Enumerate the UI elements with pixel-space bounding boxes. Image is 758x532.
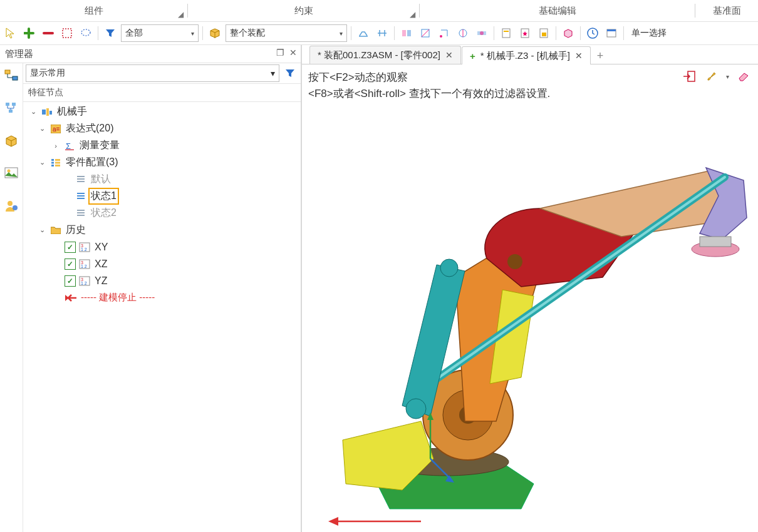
ribbon-group-datum-plane[interactable]: 基准面: [695, 0, 758, 21]
add-button[interactable]: [21, 25, 38, 41]
tab-robot-arm[interactable]: + * 机械手.Z3 - [机械手] ✕: [462, 46, 591, 64]
svg-text:a=: a=: [53, 126, 60, 133]
edit-tool-1[interactable]: [498, 25, 514, 41]
display-filter-combo[interactable]: 显示常用 ▾: [26, 64, 279, 82]
svg-text:1 2: 1 2: [81, 281, 87, 285]
filter-all-combo[interactable]: 全部 ▾: [121, 24, 199, 42]
svg-point-5: [440, 35, 442, 38]
pin-plus-icon: +: [470, 51, 475, 61]
expand-toggle[interactable]: ⌄: [37, 125, 47, 133]
expand-toggle[interactable]: ⌄: [37, 158, 47, 166]
cursor-select-button[interactable]: [3, 25, 19, 41]
tree-node-model-stop[interactable]: ----- 建模停止 -----: [23, 289, 301, 306]
ribbon-group-label: 组件: [85, 5, 103, 17]
rail-box-button[interactable]: [3, 132, 20, 150]
align-tool-1[interactable]: [355, 25, 371, 41]
expand-toggle[interactable]: ›: [51, 142, 61, 150]
eraser-button[interactable]: [735, 68, 752, 84]
ribbon-group-label: 基准面: [713, 5, 741, 17]
lasso-select-button[interactable]: [78, 25, 94, 41]
list-icon: [75, 190, 87, 203]
constraint-tool-3[interactable]: [436, 25, 452, 41]
svg-rect-9: [502, 29, 510, 38]
svg-rect-34: [51, 161, 54, 163]
tree-node-plane-xz[interactable]: ✓ 31 2 XZ: [23, 255, 301, 272]
tree-node-config[interactable]: ⌄ 零件配置(3): [23, 154, 301, 171]
tree-node-expressions[interactable]: ⌄ a= 表达式(20): [23, 120, 301, 137]
tree-node-label: XY: [93, 241, 109, 253]
assembly-scope-button[interactable]: [207, 25, 223, 41]
filter-button[interactable]: [102, 25, 118, 41]
svg-rect-20: [12, 103, 16, 106]
ribbon-group-constraint[interactable]: 约束 ◢: [188, 0, 419, 21]
combo-value: 整个装配: [230, 28, 265, 39]
constraint-tool-2[interactable]: [417, 25, 434, 41]
constraint-tool-4[interactable]: [455, 25, 471, 41]
tree-node-root[interactable]: ⌄ 机械手: [23, 103, 301, 120]
ribbon-group-base-edit[interactable]: 基础编辑: [420, 0, 695, 21]
expand-toggle[interactable]: ⌄: [37, 226, 47, 234]
checkbox[interactable]: ✓: [65, 275, 76, 287]
restore-icon[interactable]: ❐: [276, 48, 284, 58]
svg-rect-47: [77, 215, 85, 216]
assembly-scope-combo[interactable]: 整个装配 ▾: [226, 24, 347, 42]
ribbon-group-component[interactable]: 组件 ◢: [0, 0, 187, 21]
cursor-icon: [4, 27, 17, 39]
tree-node-history[interactable]: ⌄ 历史: [23, 222, 301, 238]
window-icon: [606, 28, 617, 39]
constraint-tool-5[interactable]: [474, 25, 490, 41]
tree-node-measure[interactable]: › Σ 测量变量: [23, 137, 301, 154]
edit-tool-3[interactable]: [536, 25, 552, 41]
minus-icon: [43, 28, 54, 39]
svg-rect-42: [77, 193, 85, 194]
align-icon: [376, 28, 388, 39]
box-icon: [4, 133, 19, 148]
dialog-launcher-icon[interactable]: ◢: [410, 10, 415, 19]
hint-line-1: 按下<F2>动态的观察: [308, 69, 550, 86]
manager-panel: 管理器 ❐ ✕ 显示常用 ▾: [0, 45, 302, 532]
rail-user-button[interactable]: [3, 197, 20, 215]
tree-node-cfg-default[interactable]: 默认: [23, 171, 301, 188]
rail-image-button[interactable]: [3, 165, 20, 182]
checkbox[interactable]: ✓: [65, 258, 76, 270]
constraint-tool-1[interactable]: [398, 25, 415, 41]
dialog-launcher-icon[interactable]: ◢: [178, 10, 184, 19]
manager-title: 管理器: [5, 48, 33, 60]
tree-node-cfg-state2[interactable]: 状态2: [23, 205, 301, 222]
display-mode-button[interactable]: [603, 25, 620, 41]
main-toolbar: 全部 ▾ 整个装配 ▾ 单一选择: [0, 22, 758, 45]
tree-filter-button[interactable]: [282, 65, 298, 81]
tree-node-plane-xy[interactable]: ✓ 31 2 XY: [23, 238, 301, 255]
tab-assembly001[interactable]: * 装配001.Z3ASM - [零件002] ✕: [309, 46, 461, 64]
edit-tool-2[interactable]: [517, 25, 533, 41]
tree-node-plane-yz[interactable]: ✓ 31 2 YZ: [23, 272, 301, 289]
rail-assembly-button[interactable]: [3, 67, 20, 84]
model-viewport[interactable]: 按下<F2>动态的观察 <F8>或者<Shift-roll> 查找下一个有效的过…: [302, 64, 758, 532]
brush-button[interactable]: [703, 68, 720, 84]
sigma-icon: Σ: [63, 140, 76, 152]
close-icon[interactable]: ✕: [289, 48, 297, 58]
close-icon[interactable]: ✕: [575, 51, 583, 61]
feature-tree[interactable]: ⌄ 机械手 ⌄ a= 表达式(20) › Σ 测量变量: [23, 102, 301, 532]
align-tool-2[interactable]: [374, 25, 390, 41]
exit-button[interactable]: [681, 68, 697, 84]
tree-node-label: 状态1: [90, 189, 118, 203]
expand-toggle[interactable]: ⌄: [28, 108, 38, 116]
manager-body: 显示常用 ▾ 特征节点 ⌄ 机械手: [0, 63, 301, 532]
tree-node-cfg-state1[interactable]: 状态1: [23, 188, 301, 205]
chevron-down-icon[interactable]: ▾: [726, 73, 729, 80]
marquee-select-button[interactable]: [59, 25, 75, 41]
rail-tree-button[interactable]: [3, 100, 20, 117]
lasso-icon: [80, 28, 92, 39]
history-button[interactable]: [584, 25, 601, 41]
misc-tool-1[interactable]: [560, 25, 576, 41]
new-tab-button[interactable]: +: [591, 48, 609, 64]
select-mode-combo[interactable]: 单一选择: [628, 25, 685, 41]
sheet-icon: [501, 28, 512, 39]
tree-column-header[interactable]: 特征节点: [23, 84, 301, 102]
remove-button[interactable]: [40, 25, 56, 41]
close-icon[interactable]: ✕: [445, 50, 453, 60]
right-panel: * 装配001.Z3ASM - [零件002] ✕ + * 机械手.Z3 - […: [302, 45, 758, 532]
checkbox[interactable]: ✓: [65, 242, 76, 253]
tree-node-label: XZ: [93, 258, 108, 270]
